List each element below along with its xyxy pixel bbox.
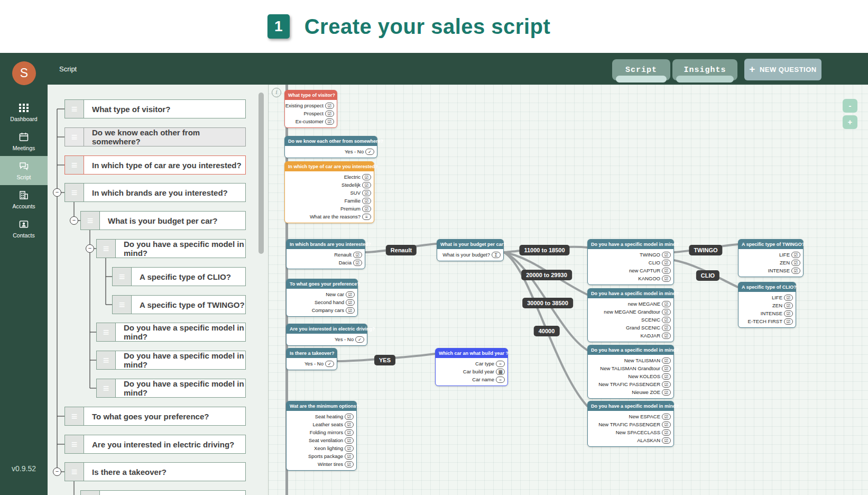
flow-node-takeover[interactable]: Is there a takeover?Yes - No✓ [286, 348, 337, 370]
tree-row-label[interactable]: Do you have a specific model in mind? [115, 323, 246, 342]
tree-row[interactable]: ≡A specific type of CLIO? [112, 267, 246, 286]
checkbox-icon[interactable]: ☑ [784, 302, 793, 309]
tree-row[interactable]: ≡In which brands are you interested? [64, 183, 246, 202]
checkbox-icon[interactable]: ☑ [662, 301, 671, 307]
new-question-button[interactable]: + NEW QUESTION [744, 59, 821, 80]
tree-row[interactable]: ≡Do you have a specific model in mind? [96, 351, 246, 370]
checkbox-icon[interactable]: ☑ [662, 260, 671, 266]
collapse-toggle[interactable]: − [53, 188, 61, 197]
flow-node-model-4[interactable]: Do you have a specific model in mind?New… [587, 401, 674, 447]
checkbox-icon[interactable]: ☑ [345, 437, 354, 444]
drag-handle-icon[interactable]: ≡ [96, 379, 115, 398]
checkbox-icon[interactable]: ☑ [345, 461, 354, 468]
sidebar-item-contacts[interactable]: Contacts [0, 214, 48, 243]
tree-row-label[interactable]: Do you have a specific model in mind? [115, 239, 246, 258]
check-icon[interactable]: ✓ [365, 149, 374, 155]
sigma-icon[interactable]: Σ [492, 252, 501, 258]
sidebar-item-accounts[interactable]: Accounts [0, 185, 48, 214]
drag-handle-icon[interactable]: ≡ [64, 183, 84, 202]
checkbox-icon[interactable]: ☑ [362, 198, 371, 204]
tree-row[interactable]: ≡A specific type of TWINGO? [112, 295, 246, 314]
checkbox-icon[interactable]: ☑ [791, 252, 800, 258]
checkbox-icon[interactable]: ☑ [662, 325, 671, 331]
drag-handle-icon[interactable]: ≡ [80, 211, 99, 230]
checkbox-icon[interactable]: ☑ [662, 381, 671, 388]
checkbox-icon[interactable]: ☑ [346, 307, 355, 314]
list-icon[interactable]: ≡ [362, 214, 371, 220]
checkbox-icon[interactable]: ☑ [662, 333, 671, 339]
checkbox-icon[interactable]: ☑ [346, 299, 355, 306]
avatar[interactable]: S [12, 61, 36, 85]
check-icon[interactable]: ✓ [325, 361, 334, 367]
tree-row-label[interactable]: Do we know each other from somewhere? [84, 127, 246, 146]
checkbox-icon[interactable]: ☑ [662, 309, 671, 315]
checkbox-icon[interactable]: ☑ [662, 365, 671, 372]
checkbox-icon[interactable]: ☑ [791, 268, 800, 274]
tree-row[interactable]: ≡Do you have a specific model in mind? [96, 379, 246, 398]
checkbox-icon[interactable]: ☑ [662, 268, 671, 274]
tree-row[interactable]: ≡Is there a takeover? [64, 462, 246, 481]
checkbox-icon[interactable]: ☑ [362, 182, 371, 188]
checkbox-icon[interactable]: ☑ [662, 414, 671, 420]
tree-row-label[interactable]: What is your budget per car? [99, 211, 246, 230]
collapse-toggle[interactable]: − [53, 468, 61, 476]
checkbox-icon[interactable]: ☑ [791, 260, 800, 266]
tree-row-label[interactable]: Are you interested in electric driving? [84, 435, 246, 454]
tree-row[interactable]: ≡To what goes your preference? [64, 407, 246, 426]
checkbox-icon[interactable]: ☑ [662, 429, 671, 436]
checkbox-icon[interactable]: ☑ [345, 445, 354, 452]
tree-row-label[interactable]: Is there a takeover? [84, 462, 246, 481]
drag-handle-icon[interactable]: ≡ [96, 239, 115, 258]
flow-node-build-year[interactable]: Which car an what build year ?Car type=C… [435, 348, 508, 386]
tree-row-label[interactable]: A specific type of TWINGO? [131, 295, 246, 314]
checkbox-icon[interactable]: ☑ [662, 252, 671, 258]
flow-node-preference[interactable]: To what goes your preference?New car☑Sec… [286, 279, 358, 317]
tree-row-label[interactable] [99, 490, 246, 495]
checkbox-icon[interactable]: ☑ [784, 310, 793, 317]
drag-handle-icon[interactable]: ≡ [96, 323, 115, 342]
checkbox-icon[interactable]: ☑ [346, 291, 355, 298]
drag-handle-icon[interactable]: ≡ [64, 99, 84, 118]
checkbox-icon[interactable]: ☑ [345, 421, 354, 428]
checkbox-icon[interactable]: ☑ [362, 174, 371, 180]
flow-node-model-3[interactable]: Do you have a specific model in mind?New… [587, 345, 674, 399]
tree-row[interactable]: ≡What type of visitor? [64, 99, 246, 118]
info-icon[interactable]: i [272, 88, 281, 97]
checkbox-icon[interactable]: ☑ [662, 276, 671, 282]
tree-row-label[interactable]: In which type of car are you interested? [84, 155, 246, 175]
drag-handle-icon[interactable]: ≡ [64, 155, 84, 175]
text-icon[interactable]: = [496, 361, 505, 367]
flow-node-car-type[interactable]: In which type of car are you interested?… [284, 161, 374, 223]
drag-handle-icon[interactable]: ≡ [112, 267, 131, 286]
zoom-out-button[interactable]: - [843, 99, 857, 113]
flow-node-know-each-other[interactable]: Do we know each other from somewhere?Yes… [284, 136, 377, 158]
checkbox-icon[interactable]: ☑ [784, 318, 793, 325]
tree-row[interactable]: ≡Do we know each other from somewhere? [64, 127, 246, 146]
flow-node-clio-type[interactable]: A specific type of CLIO?LIFE☑ZEN☑INTENSE… [738, 282, 796, 328]
flow-node-brands[interactable]: In which brands are you interested?Renau… [286, 239, 365, 269]
tree-row-label[interactable]: A specific type of CLIO? [131, 267, 246, 286]
drag-handle-icon[interactable]: ≡ [64, 407, 84, 426]
drag-handle-icon[interactable]: ≡ [64, 127, 84, 146]
checkbox-icon[interactable]: ☑ [362, 190, 371, 196]
collapse-toggle[interactable]: − [86, 244, 94, 253]
checkbox-icon[interactable]: ☑ [325, 103, 334, 109]
checkbox-icon[interactable]: ☑ [353, 252, 362, 258]
flow-node-electric[interactable]: Are you interested in electric driving?Y… [286, 324, 367, 346]
checkbox-icon[interactable]: ☑ [325, 118, 334, 125]
zoom-in-button[interactable]: + [843, 115, 857, 129]
tab-insights[interactable]: Insights [672, 59, 737, 80]
tree-row[interactable]: ≡What is your budget per car? [80, 211, 246, 230]
checkbox-icon[interactable]: ☑ [784, 295, 793, 301]
checkbox-icon[interactable]: ☑ [325, 111, 334, 117]
sidebar-item-meetings[interactable]: Meetings [0, 127, 48, 156]
check-icon[interactable]: ✓ [355, 336, 364, 343]
flow-node-budget[interactable]: What is your budget per car?What is your… [437, 239, 504, 261]
checkbox-icon[interactable]: ☑ [662, 437, 671, 444]
tree-row[interactable]: ≡ [80, 490, 246, 495]
tree-row[interactable]: ≡Are you interested in electric driving? [64, 435, 246, 454]
flowchart-canvas[interactable]: i - + What type of visitor?Existing pros… [268, 85, 868, 495]
checkbox-icon[interactable]: ☑ [662, 358, 671, 364]
checkbox-icon[interactable]: ☑ [345, 414, 354, 420]
drag-handle-icon[interactable]: ≡ [64, 435, 84, 454]
